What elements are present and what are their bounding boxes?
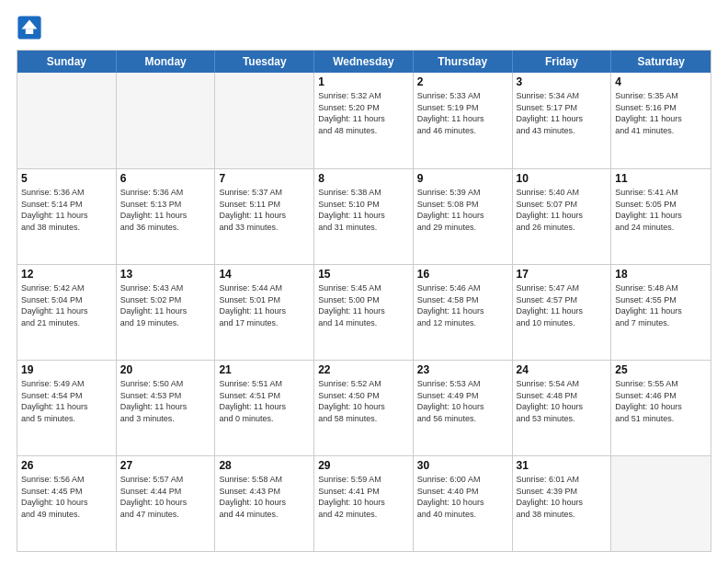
- day-number: 13: [120, 268, 211, 281]
- day-info: Sunrise: 5:36 AMSunset: 5:13 PMDaylight:…: [120, 187, 211, 233]
- calendar-cell: 9Sunrise: 5:39 AMSunset: 5:08 PMDaylight…: [414, 169, 513, 264]
- day-number: 9: [417, 172, 508, 185]
- calendar-cell: 29Sunrise: 5:59 AMSunset: 4:41 PMDayligh…: [314, 456, 414, 551]
- calendar-cell: 11Sunrise: 5:41 AMSunset: 5:05 PMDayligh…: [611, 169, 711, 264]
- calendar-row-2: 12Sunrise: 5:42 AMSunset: 5:04 PMDayligh…: [17, 264, 711, 360]
- calendar-cell: 24Sunrise: 5:54 AMSunset: 4:48 PMDayligh…: [513, 361, 612, 455]
- calendar-cell: 22Sunrise: 5:52 AMSunset: 4:50 PMDayligh…: [314, 361, 414, 455]
- day-info: Sunrise: 5:57 AMSunset: 4:44 PMDaylight:…: [120, 474, 211, 520]
- day-number: 29: [318, 459, 409, 472]
- calendar-cell: 1Sunrise: 5:32 AMSunset: 5:20 PMDaylight…: [314, 73, 414, 168]
- weekday-header-monday: Monday: [117, 51, 216, 73]
- weekday-header-wednesday: Wednesday: [314, 51, 414, 73]
- day-number: 6: [120, 172, 211, 185]
- day-number: 11: [615, 172, 707, 185]
- day-info: Sunrise: 5:52 AMSunset: 4:50 PMDaylight:…: [318, 378, 409, 424]
- day-info: Sunrise: 5:45 AMSunset: 5:00 PMDaylight:…: [318, 282, 409, 328]
- calendar-cell: 23Sunrise: 5:53 AMSunset: 4:49 PMDayligh…: [414, 361, 513, 455]
- calendar-cell: 3Sunrise: 5:34 AMSunset: 5:17 PMDaylight…: [513, 73, 612, 168]
- calendar-cell: [215, 73, 314, 168]
- page-container: SundayMondayTuesdayWednesdayThursdayFrid…: [0, 0, 728, 563]
- day-info: Sunrise: 5:49 AMSunset: 4:54 PMDaylight:…: [21, 378, 112, 424]
- day-number: 23: [417, 363, 508, 376]
- calendar-cell: 19Sunrise: 5:49 AMSunset: 4:54 PMDayligh…: [17, 361, 117, 455]
- calendar-cell: 18Sunrise: 5:48 AMSunset: 4:55 PMDayligh…: [611, 265, 711, 360]
- logo: [17, 15, 46, 40]
- calendar-cell: [17, 73, 117, 168]
- calendar-cell: [117, 73, 216, 168]
- weekday-header-saturday: Saturday: [611, 51, 711, 73]
- calendar-cell: 6Sunrise: 5:36 AMSunset: 5:13 PMDaylight…: [117, 169, 216, 264]
- day-info: Sunrise: 5:59 AMSunset: 4:41 PMDaylight:…: [318, 474, 409, 520]
- day-number: 26: [21, 459, 112, 472]
- day-info: Sunrise: 5:54 AMSunset: 4:48 PMDaylight:…: [517, 378, 608, 424]
- day-number: 16: [417, 268, 508, 281]
- day-info: Sunrise: 6:00 AMSunset: 4:40 PMDaylight:…: [417, 474, 508, 520]
- calendar-cell: 17Sunrise: 5:47 AMSunset: 4:57 PMDayligh…: [513, 265, 612, 360]
- day-info: Sunrise: 5:36 AMSunset: 5:14 PMDaylight:…: [21, 187, 112, 233]
- day-info: Sunrise: 5:53 AMSunset: 4:49 PMDaylight:…: [417, 378, 508, 424]
- calendar-cell: 12Sunrise: 5:42 AMSunset: 5:04 PMDayligh…: [17, 265, 117, 360]
- day-info: Sunrise: 5:42 AMSunset: 5:04 PMDaylight:…: [21, 282, 112, 328]
- logo-icon: [17, 15, 42, 40]
- day-number: 3: [517, 75, 608, 88]
- day-number: 20: [120, 363, 211, 376]
- day-info: Sunrise: 5:37 AMSunset: 5:11 PMDaylight:…: [219, 187, 310, 233]
- calendar-cell: 7Sunrise: 5:37 AMSunset: 5:11 PMDaylight…: [215, 169, 314, 264]
- calendar-cell: 15Sunrise: 5:45 AMSunset: 5:00 PMDayligh…: [314, 265, 414, 360]
- calendar-body: 1Sunrise: 5:32 AMSunset: 5:20 PMDaylight…: [17, 73, 711, 551]
- day-number: 5: [21, 172, 112, 185]
- weekday-header-tuesday: Tuesday: [215, 51, 314, 73]
- day-info: Sunrise: 5:47 AMSunset: 4:57 PMDaylight:…: [517, 282, 608, 328]
- day-number: 22: [318, 363, 409, 376]
- calendar-cell: 31Sunrise: 6:01 AMSunset: 4:39 PMDayligh…: [513, 456, 612, 551]
- day-info: Sunrise: 6:01 AMSunset: 4:39 PMDaylight:…: [517, 474, 608, 520]
- day-number: 8: [318, 172, 409, 185]
- day-info: Sunrise: 5:34 AMSunset: 5:17 PMDaylight:…: [517, 90, 608, 136]
- day-info: Sunrise: 5:38 AMSunset: 5:10 PMDaylight:…: [318, 187, 409, 233]
- header: [17, 15, 711, 40]
- day-info: Sunrise: 5:46 AMSunset: 4:58 PMDaylight:…: [417, 282, 508, 328]
- day-info: Sunrise: 5:39 AMSunset: 5:08 PMDaylight:…: [417, 187, 508, 233]
- weekday-header-sunday: Sunday: [17, 51, 117, 73]
- day-number: 21: [219, 363, 310, 376]
- day-info: Sunrise: 5:55 AMSunset: 4:46 PMDaylight:…: [615, 378, 707, 424]
- calendar-cell: 4Sunrise: 5:35 AMSunset: 5:16 PMDaylight…: [611, 73, 711, 168]
- calendar-cell: 16Sunrise: 5:46 AMSunset: 4:58 PMDayligh…: [414, 265, 513, 360]
- calendar-cell: 20Sunrise: 5:50 AMSunset: 4:53 PMDayligh…: [117, 361, 216, 455]
- calendar-header: SundayMondayTuesdayWednesdayThursdayFrid…: [17, 51, 711, 73]
- calendar-cell: [611, 456, 711, 551]
- calendar-cell: 28Sunrise: 5:58 AMSunset: 4:43 PMDayligh…: [215, 456, 314, 551]
- calendar-cell: 27Sunrise: 5:57 AMSunset: 4:44 PMDayligh…: [117, 456, 216, 551]
- weekday-header-friday: Friday: [513, 51, 612, 73]
- day-number: 25: [615, 363, 707, 376]
- day-info: Sunrise: 5:33 AMSunset: 5:19 PMDaylight:…: [417, 90, 508, 136]
- calendar-cell: 2Sunrise: 5:33 AMSunset: 5:19 PMDaylight…: [414, 73, 513, 168]
- day-number: 10: [517, 172, 608, 185]
- calendar-cell: 25Sunrise: 5:55 AMSunset: 4:46 PMDayligh…: [611, 361, 711, 455]
- day-info: Sunrise: 5:43 AMSunset: 5:02 PMDaylight:…: [120, 282, 211, 328]
- day-number: 24: [517, 363, 608, 376]
- calendar-row-4: 26Sunrise: 5:56 AMSunset: 4:45 PMDayligh…: [17, 455, 711, 551]
- day-number: 27: [120, 459, 211, 472]
- day-number: 15: [318, 268, 409, 281]
- day-info: Sunrise: 5:51 AMSunset: 4:51 PMDaylight:…: [219, 378, 310, 424]
- day-number: 30: [417, 459, 508, 472]
- day-number: 4: [615, 75, 707, 88]
- calendar-cell: 5Sunrise: 5:36 AMSunset: 5:14 PMDaylight…: [17, 169, 117, 264]
- day-number: 2: [417, 75, 508, 88]
- day-number: 31: [517, 459, 608, 472]
- calendar-cell: 14Sunrise: 5:44 AMSunset: 5:01 PMDayligh…: [215, 265, 314, 360]
- calendar: SundayMondayTuesdayWednesdayThursdayFrid…: [17, 50, 711, 552]
- day-number: 7: [219, 172, 310, 185]
- calendar-cell: 30Sunrise: 6:00 AMSunset: 4:40 PMDayligh…: [414, 456, 513, 551]
- day-number: 14: [219, 268, 310, 281]
- day-info: Sunrise: 5:41 AMSunset: 5:05 PMDaylight:…: [615, 187, 707, 233]
- calendar-row-3: 19Sunrise: 5:49 AMSunset: 4:54 PMDayligh…: [17, 360, 711, 455]
- day-info: Sunrise: 5:40 AMSunset: 5:07 PMDaylight:…: [517, 187, 608, 233]
- day-number: 19: [21, 363, 112, 376]
- calendar-row-1: 5Sunrise: 5:36 AMSunset: 5:14 PMDaylight…: [17, 168, 711, 264]
- day-number: 12: [21, 268, 112, 281]
- calendar-cell: 10Sunrise: 5:40 AMSunset: 5:07 PMDayligh…: [513, 169, 612, 264]
- weekday-header-thursday: Thursday: [414, 51, 513, 73]
